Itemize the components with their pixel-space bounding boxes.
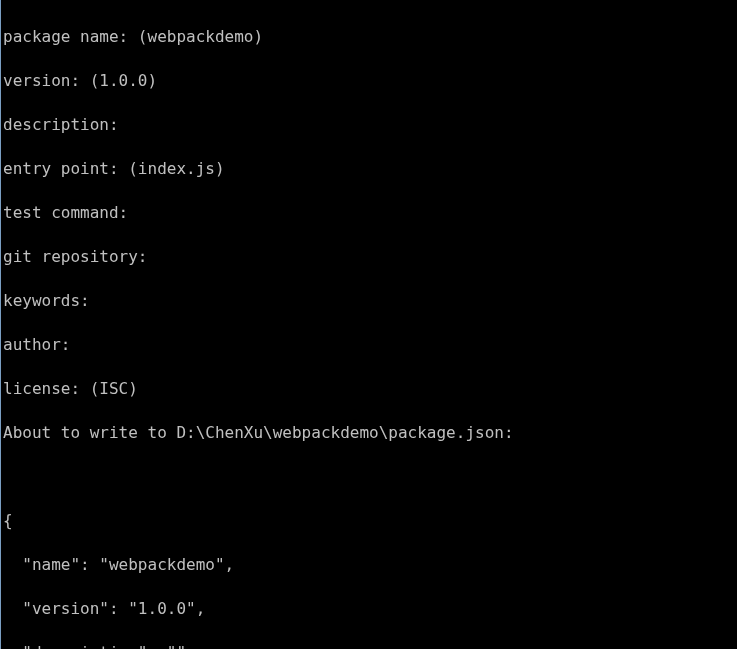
json-description: "description": "",: [3, 642, 735, 649]
json-version: "version": "1.0.0",: [3, 598, 735, 620]
json-name: "name": "webpackdemo",: [3, 554, 735, 576]
prompt-keywords: keywords:: [3, 290, 735, 312]
prompt-git-repository: git repository:: [3, 246, 735, 268]
prompt-version: version: (1.0.0): [3, 70, 735, 92]
prompt-test-command: test command:: [3, 202, 735, 224]
prompt-author: author:: [3, 334, 735, 356]
terminal-output: package name: (webpackdemo) version: (1.…: [3, 4, 735, 649]
json-open-brace: {: [3, 510, 735, 532]
prompt-license: license: (ISC): [3, 378, 735, 400]
prompt-package-name: package name: (webpackdemo): [3, 26, 735, 48]
about-to-write: About to write to D:\ChenXu\webpackdemo\…: [3, 422, 735, 444]
blank-line: [3, 466, 735, 488]
prompt-entry-point: entry point: (index.js): [3, 158, 735, 180]
prompt-description: description:: [3, 114, 735, 136]
